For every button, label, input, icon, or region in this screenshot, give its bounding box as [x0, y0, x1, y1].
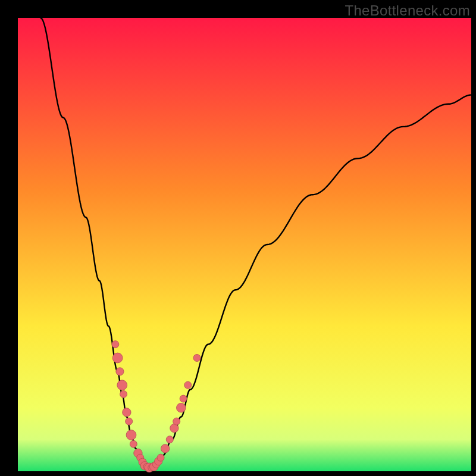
data-point: [126, 430, 136, 440]
data-point: [112, 341, 119, 348]
curve-right-branch: [149, 95, 471, 468]
data-point: [117, 380, 127, 390]
chart-svg: [18, 18, 471, 471]
data-point: [157, 454, 164, 461]
curve-left-branch: [40, 18, 149, 468]
data-point: [193, 355, 201, 362]
data-point: [126, 418, 133, 425]
data-point: [173, 418, 180, 425]
data-point: [177, 403, 186, 413]
data-point: [166, 436, 173, 443]
chart-frame: TheBottleneck.com: [0, 0, 476, 476]
data-point: [123, 408, 131, 416]
data-point: [130, 440, 137, 447]
watermark-text: TheBottleneck.com: [345, 2, 470, 19]
data-point: [116, 368, 124, 375]
data-point: [112, 353, 123, 363]
plot-area: [18, 18, 471, 471]
data-point: [184, 381, 192, 389]
data-point: [170, 424, 178, 432]
data-point: [180, 395, 187, 402]
data-point: [120, 390, 127, 397]
data-point: [161, 444, 169, 453]
